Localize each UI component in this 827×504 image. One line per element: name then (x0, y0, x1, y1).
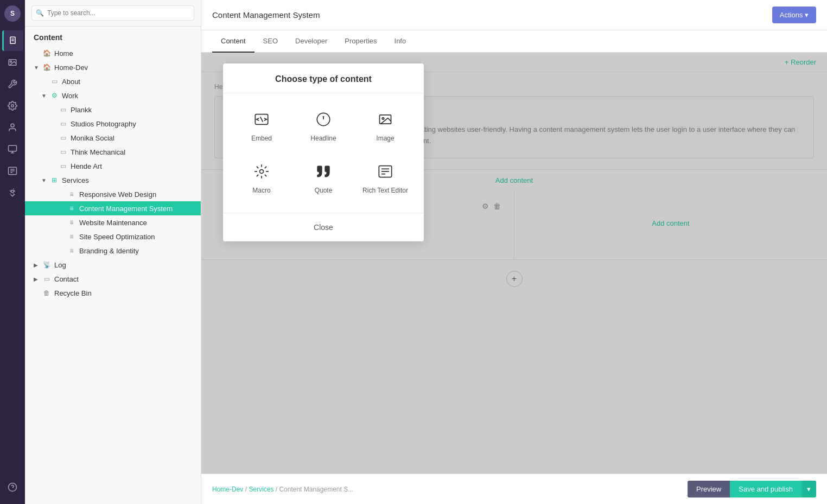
breadcrumb-home-dev[interactable]: Home-Dev (212, 486, 243, 493)
sidebar-item-label: Hende Art (71, 162, 102, 170)
sidebar-item-think[interactable]: ▭ Think Mechanical (25, 145, 201, 159)
type-embed[interactable]: Embed (234, 104, 289, 150)
tab-developer[interactable]: Developer (287, 30, 336, 53)
quote-icon (316, 164, 331, 182)
svg-rect-7 (9, 145, 17, 151)
preview-button[interactable]: Preview (688, 481, 730, 497)
search-icon: 🔍 (36, 9, 44, 17)
sidebar-item-services[interactable]: ▼ ⊞ Services (25, 173, 201, 187)
svg-point-23 (382, 118, 384, 120)
main-header: Content Management System Actions ▾ (201, 0, 827, 30)
svg-point-4 (10, 61, 12, 62)
sidebar-item-cms[interactable]: ≡ Content Management System (25, 201, 201, 215)
arrow: ▶ (34, 276, 39, 282)
sidebar-item-label: Services (62, 176, 89, 184)
sidebar-item-label: Site Speed Optimization (79, 233, 155, 241)
doc-icon: ≡ (67, 218, 76, 227)
type-rich-text[interactable]: Rich Text Editor (358, 156, 413, 202)
search-input[interactable] (31, 5, 194, 21)
svg-point-6 (11, 124, 14, 127)
type-headline[interactable]: Headline (296, 104, 351, 150)
headline-label: Headline (310, 135, 336, 142)
sidebar-item-recycle[interactable]: 🗑 Recycle Bin (25, 286, 201, 300)
sidebar-item-label: Branding & Identity (79, 247, 139, 255)
breadcrumb: Home-Dev / Services / Content Management… (212, 486, 353, 493)
quote-label: Quote (315, 187, 333, 194)
bottom-bar: Home-Dev / Services / Content Management… (201, 474, 827, 504)
bottom-actions: Preview Save and publish ▾ (688, 481, 816, 497)
type-quote[interactable]: Quote (296, 156, 351, 202)
close-button[interactable]: Close (303, 220, 344, 235)
sidebar-item-work[interactable]: ▼ ⚙ Work (25, 88, 201, 103)
sidebar-item-speed[interactable]: ≡ Site Speed Optimization (25, 229, 201, 244)
modal-body: Embed Headline (223, 93, 424, 213)
media-icon[interactable] (2, 52, 23, 73)
svg-point-21 (323, 117, 323, 117)
sidebar-item-maintenance[interactable]: ≡ Website Maintenance (25, 215, 201, 229)
sidebar-item-contact[interactable]: ▶ ▭ Contact (25, 272, 201, 286)
image-icon (378, 112, 393, 130)
doc-icon: ≡ (67, 246, 76, 255)
tools-icon[interactable] (2, 74, 23, 94)
modal-footer: Close (223, 213, 424, 241)
save-arrow-button[interactable]: ▾ (801, 481, 816, 497)
sidebar-item-label: Plankk (71, 106, 92, 114)
sidebar-item-home-dev[interactable]: ▼ 🏠 Home-Dev (25, 60, 201, 74)
doc-icon: ≡ (67, 204, 76, 213)
modal-overlay: Choose type of content Embed (201, 53, 827, 474)
sidebar-item-label: Studios Photography (71, 120, 136, 128)
services-icon: ⊞ (50, 176, 59, 184)
type-macro[interactable]: Macro (234, 156, 289, 202)
sidebar-item-home[interactable]: 🏠 Home (25, 46, 201, 60)
actions-button[interactable]: Actions ▾ (772, 7, 816, 23)
sidebar-item-label: Contact (54, 275, 79, 283)
arrow: ▶ (34, 262, 39, 268)
icon-rail: S (0, 0, 25, 504)
avatar[interactable]: S (4, 5, 21, 22)
sidebar-item-label: Monika Social (71, 134, 114, 142)
sidebar-item-about[interactable]: ▭ About (25, 74, 201, 88)
sidebar-item-monika[interactable]: ▭ Monika Social (25, 131, 201, 145)
arrow: ▼ (41, 93, 47, 99)
magic-icon[interactable] (2, 182, 23, 203)
pages-icon[interactable] (2, 30, 23, 51)
breadcrumb-services[interactable]: Services (249, 486, 273, 493)
sidebar-item-log[interactable]: ▶ 📡 Log (25, 258, 201, 272)
tab-seo[interactable]: SEO (255, 30, 287, 53)
svg-line-18 (260, 117, 263, 122)
sidebar-item-hende[interactable]: ▭ Hende Art (25, 159, 201, 173)
users-icon[interactable] (2, 117, 23, 138)
settings-icon[interactable] (2, 95, 23, 116)
page-icon: ▭ (59, 105, 67, 114)
home-dev-icon: 🏠 (42, 63, 51, 72)
svg-point-24 (260, 170, 264, 174)
main-area: Content Management System Actions ▾ Cont… (201, 0, 827, 504)
doc-icon: ≡ (67, 232, 76, 241)
rich-text-label: Rich Text Editor (362, 187, 408, 194)
forms-icon[interactable] (2, 161, 23, 181)
help-icon[interactable] (2, 477, 23, 497)
content-type-modal: Choose type of content Embed (223, 63, 424, 241)
reports-icon[interactable] (2, 139, 23, 160)
page-icon: ▭ (42, 275, 51, 283)
tab-info[interactable]: Info (386, 30, 415, 53)
tab-properties[interactable]: Properties (336, 30, 385, 53)
tab-content[interactable]: Content (212, 30, 255, 53)
rss-icon: 📡 (42, 260, 51, 269)
save-publish-button[interactable]: Save and publish (730, 481, 801, 497)
arrow: ▼ (41, 177, 47, 183)
sidebar-tree: 🏠 Home ▼ 🏠 Home-Dev ▭ About ▼ ⚙ Work ▭ P… (25, 46, 201, 504)
arrow: ▼ (34, 65, 39, 71)
sidebar-item-branding[interactable]: ≡ Branding & Identity (25, 244, 201, 258)
sidebar-item-label: Responsive Web Design (79, 190, 156, 199)
sidebar-item-plankk[interactable]: ▭ Plankk (25, 103, 201, 117)
image-label: Image (376, 135, 394, 142)
page-icon: ▭ (59, 148, 67, 156)
type-image[interactable]: Image (358, 104, 413, 150)
macro-icon (254, 164, 269, 182)
sidebar-item-responsive[interactable]: ≡ Responsive Web Design (25, 187, 201, 201)
sidebar-item-label: Content Management System (79, 205, 173, 213)
sidebar: 🔍 Content 🏠 Home ▼ 🏠 Home-Dev ▭ About ▼ … (25, 0, 201, 504)
sidebar-item-studios[interactable]: ▭ Studios Photography (25, 117, 201, 131)
content-types-grid: Embed Headline (234, 104, 413, 202)
